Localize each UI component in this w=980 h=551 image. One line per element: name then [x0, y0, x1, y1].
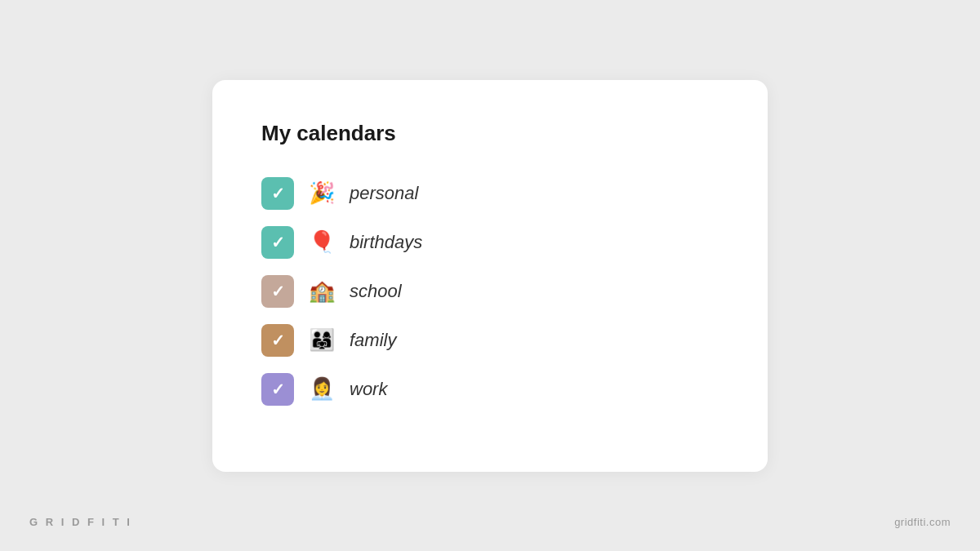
- list-item: ✓ 👩‍💼 work: [261, 367, 719, 412]
- checkbox-school[interactable]: ✓: [261, 275, 294, 308]
- brand-name: G R I D F I T I: [29, 516, 132, 528]
- list-item: ✓ 🏫 school: [261, 269, 719, 314]
- emoji-work: 👩‍💼: [309, 376, 335, 402]
- emoji-family: 👨‍👩‍👧: [309, 327, 335, 353]
- label-family: family: [350, 330, 396, 351]
- checkbox-work[interactable]: ✓: [261, 373, 294, 406]
- calendar-card: My calendars ✓ 🎉 personal ✓ 🎈 birthdays …: [212, 80, 768, 472]
- calendar-list: ✓ 🎉 personal ✓ 🎈 birthdays ✓ 🏫 school ✓ …: [261, 171, 719, 412]
- checkbox-birthdays[interactable]: ✓: [261, 226, 294, 259]
- label-school: school: [350, 281, 402, 302]
- brand-url: gridfiti.com: [894, 516, 951, 528]
- checkmark-icon: ✓: [271, 332, 285, 349]
- label-work: work: [350, 379, 387, 400]
- emoji-school: 🏫: [309, 278, 335, 304]
- checkmark-icon: ✓: [271, 283, 285, 300]
- list-item: ✓ 🎉 personal: [261, 171, 719, 216]
- label-birthdays: birthdays: [350, 232, 422, 253]
- card-title: My calendars: [261, 121, 719, 146]
- list-item: ✓ 🎈 birthdays: [261, 220, 719, 265]
- checkbox-personal[interactable]: ✓: [261, 177, 294, 210]
- checkmark-icon: ✓: [271, 234, 285, 251]
- checkmark-icon: ✓: [271, 381, 285, 398]
- label-personal: personal: [350, 183, 418, 204]
- checkmark-icon: ✓: [271, 185, 285, 202]
- checkbox-family[interactable]: ✓: [261, 324, 294, 357]
- list-item: ✓ 👨‍👩‍👧 family: [261, 318, 719, 363]
- emoji-personal: 🎉: [309, 180, 335, 206]
- emoji-birthdays: 🎈: [309, 229, 335, 255]
